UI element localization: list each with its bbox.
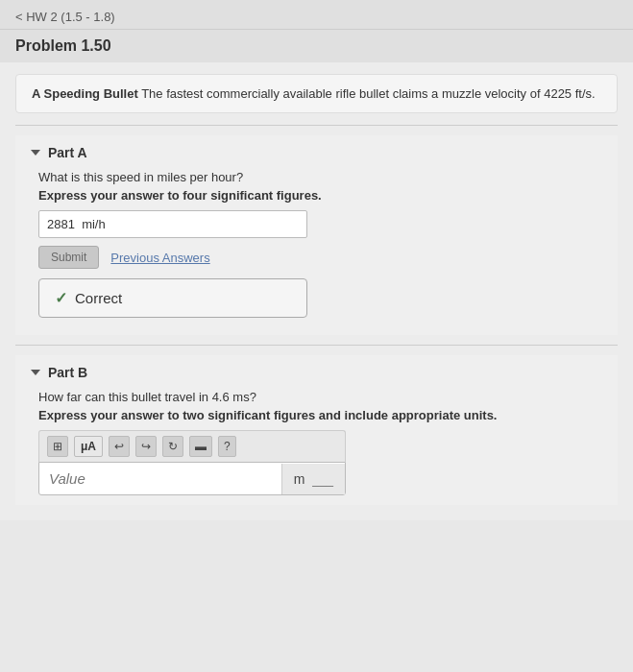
part-b-body: How far can this bullet travel in 4.6 ms…: [31, 390, 602, 495]
value-row: m ___: [38, 462, 346, 495]
refresh-button[interactable]: ↻: [162, 436, 183, 457]
mu-a-button[interactable]: μA: [74, 436, 103, 457]
part-a-question: What is this speed in miles per hour?: [38, 170, 595, 184]
part-b-label: Part B: [48, 365, 87, 380]
question-box: A Speeding Bullet The fastest commercial…: [15, 74, 618, 113]
part-a-section: Part A What is this speed in miles per h…: [15, 135, 618, 335]
part-a-answer-input[interactable]: [38, 210, 307, 238]
chevron-down-icon-b: [31, 370, 40, 375]
part-b-question: How far can this bullet travel in 4.6 ms…: [38, 390, 595, 404]
unit-line: ___: [312, 472, 333, 487]
refresh-icon: ↻: [168, 440, 178, 453]
matrix-icon: ⊞: [53, 440, 62, 453]
undo-icon: ↩: [114, 440, 124, 453]
problem-title: Problem 1.50: [0, 30, 633, 62]
hw-link[interactable]: HW 2 (1.5 - 1.8): [15, 10, 115, 24]
keyboard-icon: ▬: [195, 440, 207, 453]
matrix-button[interactable]: ⊞: [47, 436, 68, 457]
part-b-section: Part B How far can this bullet travel in…: [15, 355, 618, 505]
divider-1: [15, 125, 618, 126]
redo-button[interactable]: ↪: [135, 436, 157, 457]
checkmark-icon: ✓: [55, 289, 67, 307]
part-a-body: What is this speed in miles per hour? Ex…: [31, 170, 602, 318]
redo-icon: ↪: [141, 440, 151, 453]
part-b-instruction: Express your answer to two significant f…: [38, 408, 595, 422]
divider-2: [15, 345, 618, 346]
value-input[interactable]: [39, 463, 281, 494]
keyboard-button[interactable]: ▬: [189, 436, 212, 457]
correct-label: Correct: [75, 290, 122, 306]
part-a-label: Part A: [48, 145, 87, 160]
part-a-instruction: Express your answer to four significant …: [38, 188, 595, 203]
correct-box: ✓ Correct: [38, 278, 307, 318]
button-row: Submit Previous Answers: [38, 246, 595, 269]
help-icon: ?: [224, 440, 231, 453]
submit-button[interactable]: Submit: [38, 246, 99, 269]
toolbar-row: ⊞ μA ↩ ↪ ↻ ▬: [38, 430, 346, 462]
chevron-down-icon: [31, 150, 40, 156]
undo-button[interactable]: ↩: [109, 436, 130, 457]
header-bar: HW 2 (1.5 - 1.8): [0, 0, 633, 30]
part-a-header[interactable]: Part A: [31, 145, 602, 160]
main-container: HW 2 (1.5 - 1.8) Problem 1.50 A Speeding…: [0, 0, 633, 672]
answer-input-row: [38, 210, 595, 238]
question-text: A Speeding Bullet The fastest commercial…: [32, 86, 601, 101]
mu-a-label: μA: [81, 440, 96, 453]
help-button[interactable]: ?: [218, 436, 236, 457]
unit-display: m ___: [281, 464, 345, 494]
content-area: A Speeding Bullet The fastest commercial…: [0, 62, 633, 520]
previous-answers-link[interactable]: Previous Answers: [110, 251, 209, 265]
part-b-header[interactable]: Part B: [31, 365, 602, 380]
